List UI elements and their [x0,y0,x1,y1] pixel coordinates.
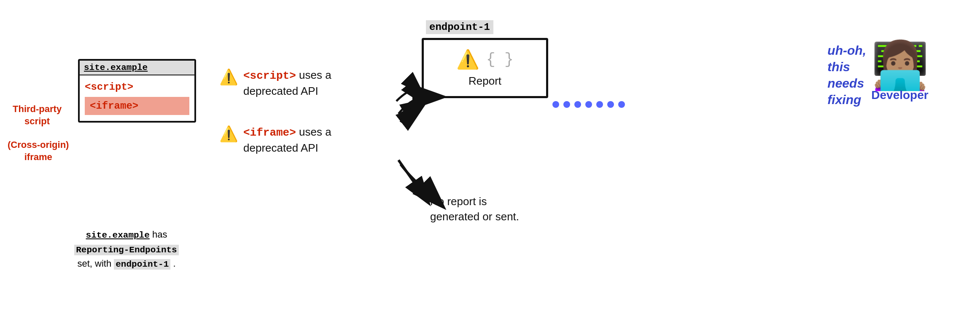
endpoint-box: ⚠️ { } Report [422,38,548,98]
warning-icon-script: ⚠️ [219,68,238,86]
site-example-caption: site.example [86,230,150,240]
endpoint-brace-icon: { } [486,51,514,68]
dot-4 [585,101,592,108]
iframe-tag-display: <iframe> [85,97,189,115]
developer-label: Developer [871,88,928,102]
arrow-to-endpoint [401,101,422,114]
dot-1 [552,101,559,108]
dot-7 [618,101,625,108]
arrow-script-endpoint [401,97,443,122]
endpoint-warning-icon: ⚠️ [456,48,479,70]
third-party-label: Third-partyscript [13,103,62,127]
endpoint-icons: ⚠️ { } [456,48,514,70]
script-tag-warning: <script> [243,70,296,82]
browser-box: site.example <script> <iframe> [78,59,196,123]
dot-5 [596,101,603,108]
diagram: Third-partyscript (Cross-origin)iframe s… [0,0,980,321]
arrow-script-to-endpoint [396,90,422,101]
browser-tab: site.example [84,63,148,72]
dot-6 [607,101,614,108]
endpoint-label-text: endpoint-1 [429,21,490,33]
iframe-tag-warning: <iframe> [243,126,296,139]
developer-emoji: 👩🏽‍💻 [845,42,955,88]
warning-script: ⚠️ <script> uses adeprecated API [219,67,396,99]
no-report-text: No report isgenerated or sent. [430,194,519,225]
warning-iframe: ⚠️ <iframe> uses adeprecated API [219,124,396,156]
report-label: Report [468,75,501,88]
warning-text-script: <script> uses adeprecated API [243,67,331,99]
dot-3 [574,101,581,108]
script-tag-display: <script> [85,80,189,94]
endpoint-label-above: endpoint-1 [426,20,493,34]
warnings-area: ⚠️ <script> uses adeprecated API ⚠️ <ifr… [219,67,396,181]
arrow-to-no-report [398,160,428,202]
endpoint-1-caption: endpoint-1 [114,259,170,270]
caption-set-with: set, with [77,258,114,269]
warning-text-iframe: <iframe> uses adeprecated API [243,124,331,156]
browser-caption: site.example has Reporting-Endpoints set… [51,227,202,271]
warning-icon-iframe: ⚠️ [219,125,238,143]
dot-2 [563,101,570,108]
dots-line [552,101,625,108]
cross-origin-label: (Cross-origin)iframe [8,139,69,163]
arrow-main-to-endpoint [403,107,422,122]
caption-has: has [150,229,167,240]
caption-period: . [170,258,175,269]
reporting-endpoints-label: Reporting-Endpoints [74,245,178,255]
developer-area: 👩🏽‍💻 Developer [845,42,955,102]
